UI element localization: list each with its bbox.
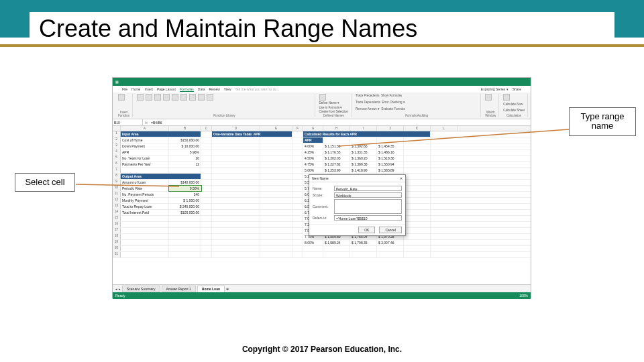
cell[interactable]: $ 1,151.36 [323, 143, 350, 149]
cell[interactable] [404, 168, 431, 173]
cell[interactable] [404, 204, 431, 209]
cell[interactable]: 20 [169, 156, 201, 161]
refers-field[interactable]: ='Home Loan'!$B$10 [334, 215, 402, 221]
cell[interactable] [201, 198, 212, 203]
use-in-formula[interactable]: Use in Formula ▾ [319, 106, 349, 109]
cell[interactable]: Output Area [121, 174, 201, 179]
cell[interactable] [292, 252, 303, 257]
row-header[interactable]: 13 [113, 204, 121, 209]
cell[interactable] [404, 222, 431, 227]
row-header[interactable]: 11 [113, 192, 121, 197]
cell[interactable] [201, 228, 212, 233]
cell[interactable]: Down Payment [121, 143, 169, 149]
row-header[interactable]: 18 [113, 234, 121, 239]
cell[interactable] [260, 234, 292, 239]
row-header[interactable]: 8 [113, 174, 121, 179]
cell[interactable]: Calculated Results for Each APR [303, 131, 431, 137]
cell[interactable] [292, 216, 303, 221]
cell[interactable] [212, 168, 260, 173]
cell[interactable]: $ 1,202.03 [323, 156, 350, 161]
col-header[interactable]: E [260, 126, 292, 131]
cell[interactable] [201, 174, 212, 179]
cell[interactable] [212, 192, 260, 197]
cell[interactable] [169, 234, 201, 239]
col-header[interactable]: A [121, 126, 169, 131]
cell[interactable] [404, 228, 431, 233]
cell[interactable] [201, 137, 212, 143]
cell[interactable]: No. Payment Periods [121, 192, 169, 197]
cell[interactable] [404, 137, 431, 143]
cell[interactable] [260, 240, 292, 245]
cell[interactable]: $ 1,518.36 [377, 156, 404, 161]
cell[interactable] [169, 240, 201, 245]
ribbon-tab-view[interactable]: View [224, 87, 231, 91]
cell[interactable] [212, 174, 260, 179]
cell[interactable] [260, 137, 292, 143]
cell[interactable] [201, 131, 212, 137]
trace-dependents[interactable]: Trace Dependents [356, 101, 380, 104]
cell[interactable]: Cost of Home [121, 137, 169, 143]
cell[interactable] [404, 252, 431, 257]
cell[interactable] [404, 192, 431, 197]
cell[interactable] [121, 234, 169, 239]
col-header[interactable]: K [404, 126, 431, 131]
cell[interactable] [201, 156, 212, 161]
cell[interactable]: 240 [169, 192, 201, 197]
cell[interactable] [212, 198, 260, 203]
cell[interactable] [260, 168, 292, 173]
create-from-selection[interactable]: Create from Selection [319, 110, 349, 113]
cell[interactable] [212, 222, 260, 227]
row-header[interactable]: 19 [113, 240, 121, 245]
cell[interactable] [404, 180, 431, 185]
cell[interactable] [212, 156, 260, 161]
ribbon-tab-page-layout[interactable]: Page Layout [157, 87, 176, 91]
cell[interactable] [323, 137, 350, 143]
cell[interactable] [121, 246, 169, 251]
cell[interactable] [169, 228, 201, 233]
cell[interactable]: 4.75% [303, 162, 323, 167]
cell[interactable] [292, 143, 303, 149]
row-header[interactable]: 12 [113, 198, 121, 203]
cell[interactable] [404, 210, 431, 215]
cell[interactable] [292, 234, 303, 239]
cell[interactable] [260, 174, 292, 179]
cell[interactable] [404, 246, 431, 251]
cell[interactable] [260, 143, 292, 149]
cell[interactable] [404, 186, 431, 191]
cell[interactable] [201, 192, 212, 197]
cell[interactable]: 4.50% [303, 156, 323, 161]
row-header[interactable]: 9 [113, 180, 121, 185]
cell[interactable] [323, 246, 350, 251]
cell[interactable] [121, 228, 169, 233]
cell[interactable] [292, 192, 303, 197]
cell[interactable]: 0.50% [169, 186, 201, 191]
cell[interactable] [260, 162, 292, 167]
cell[interactable] [212, 252, 260, 257]
cell[interactable] [201, 210, 212, 215]
share-button[interactable]: Share [513, 87, 521, 91]
financial-icon[interactable] [154, 94, 161, 101]
cell[interactable] [121, 222, 169, 227]
tell-me[interactable]: Tell me what you want to do... [235, 87, 280, 91]
cell[interactable] [292, 186, 303, 191]
cell[interactable]: Amount of Loan [121, 180, 169, 185]
math-icon[interactable] [198, 94, 205, 101]
cell[interactable]: 8.00% [303, 240, 323, 245]
cell[interactable] [292, 228, 303, 233]
cell[interactable] [260, 216, 292, 221]
cell[interactable] [404, 216, 431, 221]
cell[interactable] [292, 210, 303, 215]
cell[interactable]: $ 1,227.82 [323, 162, 350, 167]
col-header[interactable]: I [350, 126, 377, 131]
col-header[interactable]: D [212, 126, 260, 131]
cell[interactable]: $100,000.00 [169, 210, 201, 215]
cell[interactable] [212, 149, 260, 155]
cell[interactable]: $ 1,331.35 [350, 149, 377, 155]
cell[interactable] [212, 143, 260, 149]
row-header[interactable]: 6 [113, 162, 121, 167]
cell[interactable] [377, 252, 404, 257]
cell[interactable] [212, 204, 260, 209]
cell[interactable] [260, 192, 292, 197]
cell[interactable]: $ 1,302.66 [350, 143, 377, 149]
cell[interactable] [292, 131, 303, 137]
